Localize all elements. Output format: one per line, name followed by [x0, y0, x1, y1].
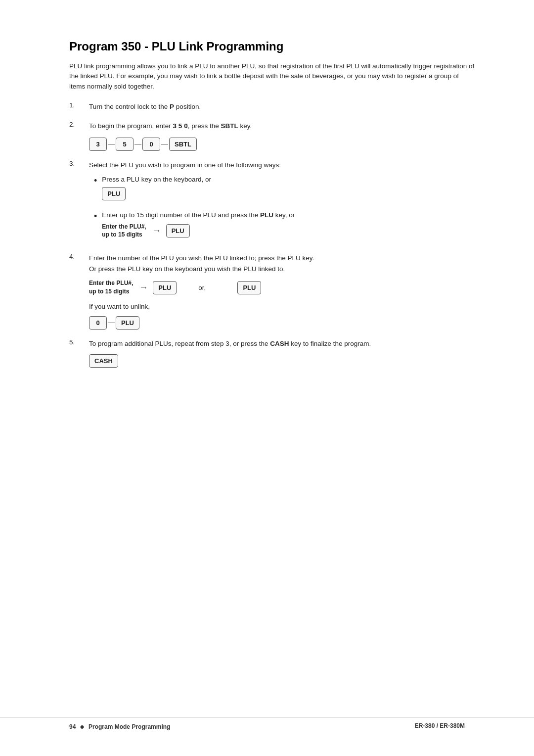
- step-3-plu-key-1: PLU: [102, 187, 211, 200]
- footer-dot: ●: [80, 722, 85, 731]
- page-title: Program 350 - PLU Link Programming: [69, 40, 475, 53]
- arrow-icon: →: [152, 226, 161, 236]
- steps-list: Turn the control lock to the P position.…: [69, 101, 475, 368]
- page-footer: 94 ● Program Mode Programming ER-380 / E…: [0, 717, 534, 736]
- bullet-2-content: Enter up to 15 digit number of the PLU a…: [102, 211, 295, 244]
- step-5-text: To program additional PLUs, repeat from …: [89, 340, 371, 347]
- arrow-icon-2: →: [139, 283, 148, 293]
- step-3-bullet-2: • Enter up to 15 digit number of the PLU…: [94, 211, 475, 244]
- step-4-enter-label: Enter the PLU#, up to 15 digits: [89, 279, 133, 296]
- step-3-bullets: • Press a PLU key on the keyboard, or PL…: [94, 176, 475, 244]
- bullet-2-text: Enter up to 15 digit number of the PLU a…: [102, 211, 295, 219]
- step-3-diagram: Enter the PLU#, up to 15 digits → PLU: [102, 223, 295, 239]
- key-0-unlink: 0: [89, 316, 107, 330]
- key-5: 5: [116, 138, 134, 151]
- step-5-cash-key: CASH: [89, 354, 475, 368]
- step-5: To program additional PLUs, repeat from …: [84, 338, 475, 368]
- footer-left: 94 ● Program Mode Programming: [69, 722, 170, 731]
- step-3-bullet-1: • Press a PLU key on the keyboard, or PL…: [94, 176, 475, 206]
- key-plu-2: PLU: [166, 224, 190, 237]
- step-4-label-line1: Enter the PLU#,: [89, 279, 133, 287]
- footer-model: ER-380 / ER-380M: [415, 722, 465, 729]
- page: Program 350 - PLU Link Programming PLU l…: [0, 0, 534, 756]
- or-text: or,: [198, 284, 206, 291]
- connector-unlink: [108, 323, 115, 323]
- unlink-text: If you want to unlink,: [89, 303, 475, 310]
- connector: [108, 144, 115, 144]
- footer-page-number: 94: [69, 723, 76, 730]
- key-plu-unlink: PLU: [116, 316, 139, 330]
- footer-section-name: Program Mode Programming: [89, 723, 170, 730]
- bullet-dot-1: •: [94, 176, 97, 187]
- enter-label-line2: up to 15 digits: [102, 231, 146, 239]
- enter-plu-label: Enter the PLU#, up to 15 digits: [102, 223, 146, 239]
- key-sbtl: SBTL: [169, 138, 197, 151]
- connector: [161, 144, 168, 144]
- step-1: Turn the control lock to the P position.: [84, 101, 475, 112]
- step-4-diagram: Enter the PLU#, up to 15 digits → PLU or…: [89, 279, 475, 296]
- step-1-text: Turn the control lock to the P position.: [89, 103, 201, 110]
- step-2: To begin the program, enter 3 5 0, press…: [84, 121, 475, 151]
- key-3: 3: [89, 138, 107, 151]
- bullet-1-content: Press a PLU key on the keyboard, or PLU: [102, 176, 211, 206]
- footer-right: ER-380 / ER-380M: [415, 722, 465, 731]
- bullet-1-text: Press a PLU key on the keyboard, or: [102, 176, 211, 183]
- step-4: Enter the number of the PLU you wish the…: [84, 253, 475, 330]
- step-4-unlink-section: If you want to unlink, 0 PLU: [89, 303, 475, 330]
- bullet-dot-2: •: [94, 211, 97, 222]
- enter-label-line1: Enter the PLU#,: [102, 223, 146, 231]
- key-plu-1: PLU: [102, 187, 126, 200]
- key-cash: CASH: [89, 354, 118, 368]
- step-3: Select the PLU you wish to program in on…: [84, 160, 475, 244]
- step-3-text: Select the PLU you wish to program in on…: [89, 161, 281, 169]
- step-2-keys: 3 5 0 SBTL: [89, 138, 475, 151]
- step-4-text: Enter the number of the PLU you wish the…: [89, 254, 314, 273]
- connector: [134, 144, 141, 144]
- key-plu-3: PLU: [153, 281, 177, 294]
- intro-paragraph: PLU link programming allows you to link …: [69, 61, 475, 92]
- step-2-text: To begin the program, enter 3 5 0, press…: [89, 122, 252, 130]
- step-4-label-line2: up to 15 digits: [89, 287, 133, 296]
- step-4-unlink-keys: 0 PLU: [89, 316, 475, 330]
- key-0: 0: [142, 138, 160, 151]
- key-plu-4: PLU: [237, 281, 261, 294]
